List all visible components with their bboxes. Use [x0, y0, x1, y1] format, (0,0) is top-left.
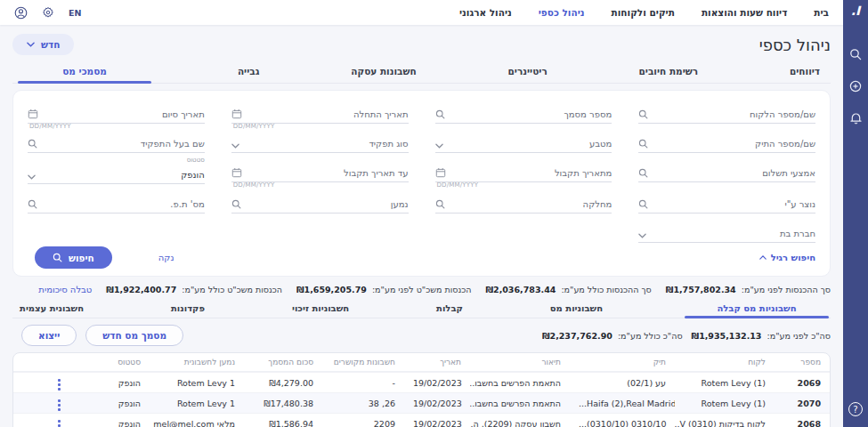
cell-recipient: Rotem Levy 1 — [150, 378, 244, 388]
filter-start-date[interactable]: תאריך התחלה DD/MM/YYYY — [231, 100, 409, 124]
new-button[interactable]: חדש — [12, 34, 74, 55]
search-icon — [435, 109, 445, 119]
cell-linked-accounts: 2209 — [322, 419, 404, 427]
chevron-down-icon — [638, 233, 646, 238]
filter-role-holder-name[interactable]: שם בעל התפקיד — [28, 129, 205, 153]
cell-status: הונפק — [80, 419, 150, 427]
filter-label: שם/מספר התיק — [755, 139, 815, 149]
sidebar: I. ? — [843, 0, 868, 427]
cell-client: Rotem Levy (1) — [675, 378, 775, 388]
filter-department[interactable]: מחלקה — [435, 189, 612, 214]
filter-created-by[interactable]: נוצר ע"י — [638, 189, 815, 214]
cell-date: 19/02/2023 — [404, 378, 470, 388]
user-profile-icon[interactable] — [14, 6, 28, 20]
documents-table: מספר לקוח תיק תיאור תאריך חשבונות מקושרי… — [12, 352, 831, 427]
cell-status: הונפק — [80, 399, 150, 408]
total-label: סה"כ כולל מע"מ: — [618, 331, 683, 341]
filter-label: נמען — [391, 199, 409, 209]
filter-status[interactable]: סטטוס הונפק — [28, 160, 205, 184]
status-caption: סטטוס — [187, 157, 205, 164]
date-format-hint: DD/MM/YYYY — [233, 181, 275, 189]
filter-receipt-to-date[interactable]: עד תאריך תקבול DD/MM/YYYY — [231, 158, 409, 182]
tab-tax-invoices[interactable]: חשבוניות מס — [545, 300, 608, 318]
tab-tax-invoice-receipt[interactable]: חשבוניות מס קבלה — [685, 300, 829, 318]
tab-receipts[interactable]: קבלות — [431, 300, 468, 318]
tab-charges-list[interactable]: רשימת חיובים — [634, 62, 704, 83]
summary-label: הכנסות משכ"ט כולל מע"מ: — [182, 285, 282, 294]
filter-receipt-from-date[interactable]: מתאריך תקבול DD/MM/YYYY — [435, 158, 612, 182]
filter-tp-number[interactable]: מס' ת.פ. — [28, 189, 205, 214]
search-button[interactable]: חיפוש — [35, 246, 112, 269]
tab-collection[interactable]: גבייה — [232, 62, 265, 83]
new-tax-document-button[interactable]: מסמך מס חדש — [85, 325, 183, 346]
filter-label: מחלקה — [583, 199, 612, 209]
nav-item-home[interactable]: בית — [814, 7, 829, 18]
filter-document-number[interactable]: מספר מסמך — [435, 100, 612, 124]
filter-label: מטבע — [589, 139, 612, 149]
status-value: הונפק — [181, 170, 205, 180]
row-menu-icon[interactable] — [54, 418, 64, 427]
language-toggle[interactable]: EN — [69, 8, 81, 18]
help-icon[interactable]: ? — [848, 402, 863, 416]
document-tabs: חשבוניות מס קבלה חשבוניות מס קבלות חשבונ… — [12, 300, 831, 318]
tab-credit-invoices[interactable]: חשבוניות זיכוי — [287, 300, 354, 318]
total-label: סה"כ לפני מע"מ: — [767, 331, 831, 341]
total-item: סה"כ כולל מע"מ: ₪2,237,762.90 — [542, 331, 683, 341]
filter-label: חברת בת — [780, 229, 815, 238]
main-content: ניהול כספי חדש דיווחים רשימת חיובים ריטי… — [0, 25, 843, 427]
tab-self-invoice[interactable]: חשבונית עצמית — [14, 300, 89, 318]
tab-tax-documents[interactable]: מסמכי מס — [18, 62, 151, 83]
table-row[interactable]: 2069 Rotem Levy (1) עע (02/1) התאמת הפרש… — [13, 372, 830, 392]
cell-description: התאמת הפרשים בחשבו... — [470, 399, 570, 408]
filter-end-date[interactable]: תאריך סיום DD/MM/YYYY — [28, 100, 205, 124]
add-circle-icon[interactable] — [849, 80, 862, 93]
app-root: { "topbar": { "language_label": "EN", "n… — [0, 0, 868, 427]
totals: סה"כ לפני מע"מ: ₪1,935,132.13 סה"כ כולל … — [542, 331, 831, 341]
nav-item-org[interactable]: ניהול ארגוני — [459, 7, 512, 18]
cell-client: Rotem Levy (1) — [675, 399, 775, 408]
chevron-down-icon — [231, 143, 239, 149]
tab-reports[interactable]: דיווחים — [784, 62, 825, 83]
tab-deposits[interactable]: פקדונות — [166, 300, 210, 318]
cell-date: 19/02/2023 — [404, 419, 470, 427]
export-button[interactable]: ייצוא — [21, 325, 77, 346]
chevron-down-icon — [27, 42, 35, 47]
chevron-down-icon — [435, 143, 443, 149]
nav-item-financial[interactable]: ניהול כספי — [539, 7, 585, 18]
nav-item-time-expenses[interactable]: דיווח שעות והוצאות — [702, 7, 787, 18]
filter-label: שם/מספר הלקוח — [750, 109, 815, 119]
filter-case-name-number[interactable]: שם/מספר התיק — [638, 129, 815, 153]
filter-payment-method[interactable]: אמצעי תשלום — [638, 158, 815, 182]
search-icon — [638, 139, 648, 149]
calendar-icon — [231, 167, 242, 178]
tab-transaction-accounts[interactable]: חשבונות עסקה — [345, 62, 421, 83]
row-menu-icon[interactable] — [54, 398, 64, 413]
filter-label: תאריך התחלה — [353, 109, 409, 119]
calendar-icon — [231, 109, 242, 119]
col-client: לקוח — [675, 358, 775, 367]
cell-recipient: Rotem Levy 1 — [150, 399, 244, 408]
total-amount: ₪1,935,132.13 — [692, 331, 762, 341]
table-row[interactable]: 2068 לקוח בדיקות (0310) V... ...(0310/10… — [13, 413, 830, 427]
filter-currency[interactable]: מטבע — [435, 129, 612, 153]
search-icon[interactable] — [849, 48, 862, 60]
cell-date: 19/02/2023 — [404, 399, 470, 408]
col-number: מספר — [775, 358, 830, 367]
cell-case: ...Haifa (2),Real Madrid — [570, 399, 675, 408]
simple-search-link[interactable]: חיפוש רגיל — [759, 253, 815, 262]
search-icon — [638, 109, 648, 119]
gear-icon[interactable] — [42, 6, 54, 19]
cell-number: 2069 — [775, 378, 830, 388]
clear-button[interactable]: נקה — [158, 253, 174, 262]
row-menu-icon[interactable] — [54, 377, 64, 392]
cell-case: ...(0310/10) 0310/10 — [570, 419, 675, 427]
bell-icon[interactable] — [850, 112, 862, 125]
filter-client-name-number[interactable]: שם/מספר הלקוח — [638, 100, 815, 124]
filter-role-type[interactable]: סוג תפקיד — [231, 129, 409, 153]
filter-subsidiary[interactable]: חברת בת — [638, 219, 815, 243]
summary-table-link[interactable]: טבלה סיכומית — [38, 285, 92, 294]
filter-recipient[interactable]: נמען — [231, 189, 409, 214]
nav-item-cases-clients[interactable]: תיקים ולקוחות — [612, 7, 675, 18]
tab-retainers[interactable]: ריטיינרים — [503, 62, 553, 83]
table-row[interactable]: 2070 Rotem Levy (1) ...Haifa (2),Real Ma… — [13, 392, 830, 413]
